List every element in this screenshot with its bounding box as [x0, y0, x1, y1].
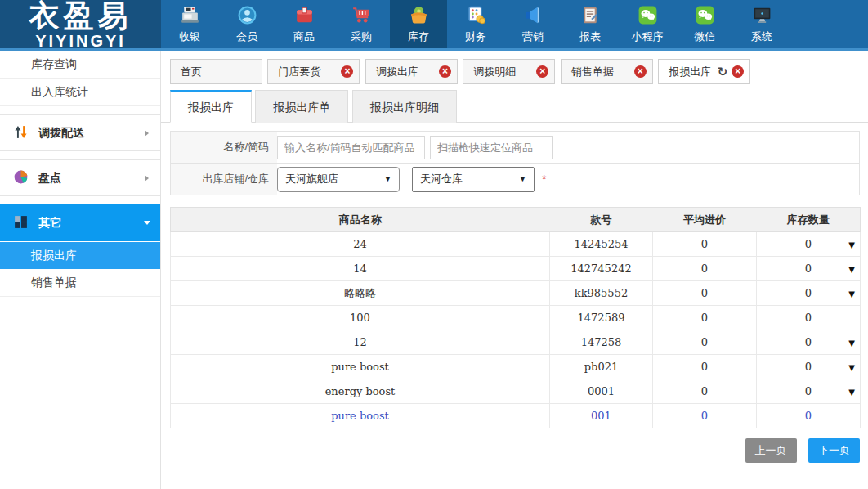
- nav-item-label: 微信: [694, 30, 715, 43]
- subtab-damage-outbound-order[interactable]: 报损出库单: [255, 90, 348, 123]
- sidebar: 库存查询 出入库统计 调拨配送 盘点 其它 报损出库 销售单据: [0, 51, 161, 489]
- tab-transfer-outbound[interactable]: 调拨出库 ×: [365, 59, 458, 84]
- nav-item-inventory[interactable]: 库存: [390, 0, 447, 48]
- scanner-input[interactable]: [430, 136, 553, 159]
- cell-avg-price: 0: [653, 379, 757, 404]
- tab-store-request[interactable]: 门店要货 ×: [267, 59, 360, 84]
- tab-damage-outbound[interactable]: 报损出库 ↻ ×: [658, 59, 750, 84]
- nav-item-goods[interactable]: 商品: [275, 0, 333, 48]
- nav-item-cashier[interactable]: 收银: [161, 0, 218, 48]
- subtab-bar: 报损出库 报损出库单 报损出库明细: [161, 89, 868, 123]
- tab-sales-docs[interactable]: 销售单据 ×: [561, 59, 653, 84]
- nav-item-label: 报表: [579, 30, 601, 43]
- warehouse-select[interactable]: 天河仓库 ▼: [412, 167, 535, 192]
- close-icon[interactable]: ×: [341, 65, 353, 78]
- tab-label: 报损出库: [669, 65, 711, 78]
- name-code-label: 名称/简码: [171, 132, 277, 163]
- sidebar-item-stock-query[interactable]: 库存查询: [0, 51, 160, 79]
- close-icon[interactable]: ×: [536, 65, 548, 78]
- cell-product-name: pure boost: [171, 355, 550, 379]
- nav-item-label: 采购: [351, 30, 372, 43]
- refresh-icon[interactable]: ↻: [718, 60, 728, 83]
- sidebar-item-label: 销售单据: [31, 276, 77, 289]
- app-header: 衣盈易 YIYINGYI 收银 会员 商品 采购 库存 财务 营销: [0, 0, 868, 48]
- store-select[interactable]: 天河旗舰店 ▼: [277, 167, 400, 192]
- cell-style-no: 0001: [550, 379, 653, 404]
- cell-stock-qty: 0▼: [757, 355, 861, 379]
- dropdown-arrow-icon[interactable]: ▼: [848, 289, 855, 298]
- nav-item-wechat[interactable]: 微信: [676, 0, 733, 48]
- product-table: 商品名称 款号 平均进价 库存数量 24 14245254 0 0▼ 14 14…: [170, 207, 861, 428]
- dropdown-arrow-icon[interactable]: ▼: [848, 387, 855, 396]
- nav-item-system[interactable]: 系统: [733, 0, 790, 48]
- table-row[interactable]: pure boost pb021 0 0▼: [171, 355, 861, 379]
- marketing-icon: [504, 4, 562, 29]
- cell-product-name: 14: [171, 257, 550, 281]
- tab-home[interactable]: 首页: [170, 59, 262, 84]
- sidebar-item-damage-outbound[interactable]: 报损出库: [0, 241, 160, 269]
- cell-avg-price: 0: [653, 306, 757, 330]
- nav-item-label: 小程序: [632, 30, 664, 43]
- cell-avg-price: 0: [653, 355, 757, 379]
- nav-item-purchase[interactable]: 采购: [333, 0, 390, 48]
- nav-item-marketing[interactable]: 营销: [504, 0, 562, 48]
- cell-stock-qty: 0▼: [757, 281, 861, 306]
- main-nav: 收银 会员 商品 采购 库存 财务 营销 报表: [161, 0, 868, 48]
- dropdown-arrow-icon[interactable]: ▼: [848, 264, 855, 273]
- nav-item-reports[interactable]: 报表: [562, 0, 619, 48]
- cell-product-name: 12: [171, 330, 550, 355]
- close-icon[interactable]: ×: [634, 65, 647, 78]
- table-row[interactable]: 24 14245254 0 0▼: [171, 232, 861, 257]
- subtab-damage-outbound-detail[interactable]: 报损出库明细: [352, 90, 457, 123]
- required-asterisk: *: [542, 173, 546, 186]
- nav-item-label: 系统: [751, 30, 772, 43]
- goods-icon: [275, 4, 333, 29]
- sidebar-item-label: 盘点: [38, 171, 61, 186]
- subtab-damage-outbound[interactable]: 报损出库: [170, 90, 252, 123]
- pagination: 上一页 下一页: [161, 438, 860, 463]
- sidebar-item-other[interactable]: 其它: [0, 204, 160, 241]
- prev-page-button[interactable]: 上一页: [745, 438, 797, 463]
- cell-style-no: 001: [550, 404, 653, 428]
- cell-product-name: energy boost: [171, 379, 550, 404]
- close-icon[interactable]: ×: [732, 65, 744, 78]
- tab-transfer-detail[interactable]: 调拨明细 ×: [463, 59, 555, 84]
- cell-style-no: 1472589: [550, 306, 653, 330]
- close-icon[interactable]: ×: [439, 65, 451, 78]
- nav-item-finance[interactable]: 财务: [447, 0, 504, 48]
- transfer-icon: [13, 124, 29, 142]
- table-row-selected[interactable]: pure boost 001 0 0: [171, 404, 861, 428]
- subtab-label: 报损出库明细: [370, 101, 439, 114]
- name-code-input[interactable]: [277, 136, 425, 159]
- cell-style-no: 14245254: [550, 232, 653, 257]
- sidebar-item-inout-stats[interactable]: 出入库统计: [0, 79, 160, 106]
- table-row[interactable]: 100 1472589 0 0: [171, 306, 861, 330]
- cell-stock-qty: 0▼: [757, 257, 861, 281]
- table-row[interactable]: 14 142745242 0 0▼: [171, 257, 861, 281]
- sidebar-item-stocktake[interactable]: 盘点: [0, 159, 160, 196]
- nav-item-label: 营销: [522, 30, 544, 43]
- store-select-value: 天河旗舰店: [285, 172, 338, 186]
- nav-item-label: 收银: [179, 30, 200, 43]
- dropdown-arrow-icon[interactable]: ▼: [848, 338, 855, 347]
- subtab-label: 报损出库: [188, 101, 234, 114]
- next-page-button[interactable]: 下一页: [808, 438, 860, 463]
- cell-product-name: 100: [171, 306, 550, 330]
- nav-item-member[interactable]: 会员: [218, 0, 275, 48]
- table-row[interactable]: 12 147258 0 0▼: [171, 330, 861, 355]
- cell-avg-price: 0: [653, 257, 757, 281]
- sidebar-item-sales-docs[interactable]: 销售单据: [0, 269, 160, 297]
- cell-style-no: 142745242: [550, 257, 653, 281]
- sidebar-item-label: 出入库统计: [31, 85, 88, 98]
- cell-stock-qty: 0: [757, 306, 861, 330]
- member-icon: [218, 4, 275, 29]
- nav-item-miniprogram[interactable]: 小程序: [619, 0, 676, 48]
- table-row[interactable]: 略略略 kk985552 0 0▼: [171, 281, 861, 306]
- warehouse-select-value: 天河仓库: [420, 172, 463, 186]
- sidebar-item-transfer[interactable]: 调拨配送: [0, 114, 160, 151]
- dropdown-arrow-icon[interactable]: ▼: [848, 362, 855, 371]
- table-row[interactable]: energy boost 0001 0 0▼: [171, 379, 861, 404]
- dropdown-arrow-icon[interactable]: ▼: [848, 240, 855, 249]
- nav-item-label: 商品: [293, 30, 315, 43]
- app-logo[interactable]: 衣盈易 YIYINGYI: [0, 0, 161, 48]
